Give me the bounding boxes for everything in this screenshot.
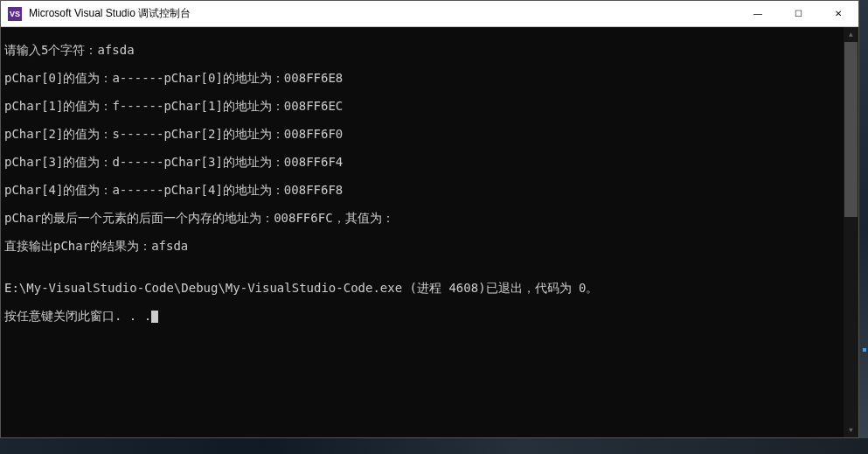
app-icon: VS	[8, 7, 22, 21]
cursor-icon	[151, 311, 158, 323]
console-line: pChar[2]的值为：s------pChar[2]的地址为：008FF6F0	[4, 127, 840, 141]
console-line: pChar的最后一个元素的后面一个内存的地址为：008FF6FC，其值为：	[4, 211, 840, 225]
window-controls: — ☐ ✕	[738, 1, 858, 26]
console-line: 请输入5个字符：afsda	[4, 43, 840, 57]
background-strip	[0, 438, 868, 454]
minimize-button[interactable]: —	[738, 1, 778, 26]
console-line: 直接输出pChar的结果为：afsda	[4, 239, 840, 253]
console-line: pChar[1]的值为：f------pChar[1]的地址为：008FF6EC	[4, 99, 840, 113]
console-output[interactable]: 请输入5个字符：afsda pChar[0]的值为：a------pChar[0…	[1, 27, 844, 437]
close-button[interactable]: ✕	[818, 1, 858, 26]
scroll-down-arrow-icon[interactable]: ▼	[844, 423, 858, 437]
titlebar[interactable]: VS Microsoft Visual Studio 调试控制台 — ☐ ✕	[1, 1, 858, 27]
scrollbar-thumb[interactable]	[844, 42, 858, 217]
maximize-button[interactable]: ☐	[778, 1, 818, 26]
vertical-scrollbar[interactable]: ▲ ▼	[844, 27, 858, 437]
background-edge	[859, 0, 868, 454]
console-area: 请输入5个字符：afsda pChar[0]的值为：a------pChar[0…	[1, 27, 858, 437]
console-line: 按任意键关闭此窗口. . .	[4, 309, 840, 323]
background-accent	[863, 348, 866, 352]
console-line: pChar[3]的值为：d------pChar[3]的地址为：008FF6F4	[4, 155, 840, 169]
console-line: pChar[4]的值为：a------pChar[4]的地址为：008FF6F8	[4, 183, 840, 197]
scroll-up-arrow-icon[interactable]: ▲	[844, 27, 858, 42]
console-line: pChar[0]的值为：a------pChar[0]的地址为：008FF6E8	[4, 71, 840, 85]
console-line: E:\My-VisualStudio-Code\Debug\My-VisualS…	[4, 281, 840, 295]
console-window: VS Microsoft Visual Studio 调试控制台 — ☐ ✕ 请…	[0, 0, 859, 438]
window-title: Microsoft Visual Studio 调试控制台	[29, 6, 738, 21]
